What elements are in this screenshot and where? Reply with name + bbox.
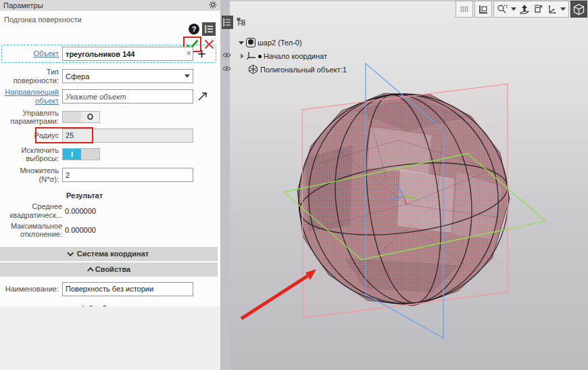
section-coords-label: Система координат <box>77 250 149 258</box>
object-label-link[interactable]: Объект <box>3 49 62 58</box>
visibility-eye-icon[interactable] <box>222 51 231 60</box>
rms-deviation-value: 0.000000 <box>65 207 96 215</box>
chevron-down-icon <box>185 74 190 78</box>
gear-icon[interactable] <box>209 1 217 10</box>
toggle-on-glyph: I <box>63 149 81 160</box>
surface-type-dropdown[interactable]: Сфера <box>62 69 193 83</box>
rms-deviation-label: Среднее квадратическ... <box>0 202 65 218</box>
tree-item-body[interactable]: шар2 (Тел-0) <box>239 37 302 48</box>
tree-item-label: шар2 (Тел-0) <box>258 39 302 47</box>
object-input[interactable] <box>62 47 193 61</box>
toolbar-grip-icon[interactable] <box>458 2 471 17</box>
guide-object-label-link[interactable]: Направляющий объект <box>0 88 62 105</box>
toggle-track <box>63 112 81 122</box>
origin-icon <box>246 51 256 61</box>
expander-right-icon[interactable] <box>241 53 244 59</box>
guide-object-input[interactable]: Укажите объект <box>62 89 193 103</box>
surface-type-label: Тип поверхности: <box>0 68 62 85</box>
orientation-dropdown-chevron-icon[interactable] <box>558 2 567 17</box>
operation-title: Подгонка поверхности <box>4 16 82 24</box>
clear-object-icon[interactable]: × <box>186 49 191 58</box>
visibility-eye-icon[interactable] <box>222 65 231 73</box>
control-params-toggle[interactable]: O <box>62 111 100 123</box>
name-input[interactable] <box>62 282 193 296</box>
max-deviation-value: 0.000000 <box>65 226 96 234</box>
chevron-up-icon <box>87 267 94 274</box>
parameter-list-icon[interactable] <box>202 22 216 36</box>
section-properties[interactable]: Свойства <box>0 262 218 277</box>
section-coordinate-system[interactable]: Система координат <box>0 247 218 261</box>
name-label: Наименование: <box>0 285 62 294</box>
tab-tree-structure[interactable] <box>222 16 233 29</box>
radius-label: Радиус <box>0 131 62 140</box>
tab-tree-relations[interactable] <box>235 16 247 29</box>
panel-title: Параметры <box>3 1 43 9</box>
parameters-panel: Параметры Подгонка поверхности ? <box>0 0 220 370</box>
multiplier-input[interactable] <box>62 168 193 182</box>
object-selection-group: Объект × + <box>1 45 216 63</box>
exclude-outliers-toggle[interactable]: I <box>62 148 100 160</box>
app-window: Параметры Подгонка поверхности ? <box>0 0 588 370</box>
result-header: Результат <box>66 191 218 200</box>
radius-input <box>62 129 193 143</box>
exclude-outliers-label: Исключить выбросы: <box>0 146 62 163</box>
zoom-area-button[interactable] <box>495 2 509 17</box>
bullet-icon <box>258 55 262 58</box>
section-props-label: Свойства <box>95 265 130 273</box>
viewport-toolbar <box>456 1 587 18</box>
chevron-down-icon <box>67 250 74 256</box>
parameter-rows: Объект × + Тип поверхности: Сфера Направ… <box>0 45 220 334</box>
panel-title-bar: Параметры <box>0 0 220 11</box>
control-params-label: Управлять параметрами: <box>0 109 62 126</box>
body-icon <box>246 38 255 47</box>
tree-item-label: Начало координат <box>264 52 327 60</box>
pick-arrow-icon[interactable] <box>197 91 208 103</box>
toggle-track <box>81 149 99 160</box>
panel-empty-area <box>0 306 220 370</box>
polygonal-object-icon <box>248 64 258 76</box>
tree-item-label: Полигональный объект:1 <box>260 66 347 74</box>
zoom-dropdown-chevron-icon[interactable] <box>509 2 518 17</box>
tree-item-origin[interactable]: Начало координат <box>241 51 327 62</box>
multiplier-label: Множитель (N*σ): <box>0 166 62 183</box>
max-deviation-label: Максимальное отклонение: <box>0 222 65 238</box>
cancel-button[interactable] <box>203 38 215 50</box>
toggle-off-glyph: O <box>81 112 99 122</box>
object-input-wrap: × <box>62 47 193 61</box>
isometric-cube-button[interactable] <box>570 1 587 18</box>
rotate-view-button[interactable] <box>531 2 545 17</box>
guide-object-placeholder: Укажите объект <box>66 93 126 101</box>
surface-type-value: Сфера <box>66 72 89 80</box>
help-icon[interactable]: ? <box>189 24 199 34</box>
orient-normal-button[interactable] <box>518 2 531 17</box>
tree-item-polygonal-object[interactable]: Полигональный объект:1 <box>248 64 347 75</box>
orientation-axes-button[interactable] <box>545 2 558 17</box>
panel-subheader: Подгонка поверхности ? <box>0 11 220 42</box>
expander-down-icon[interactable] <box>239 41 244 45</box>
show-all-button[interactable] <box>476 2 490 17</box>
